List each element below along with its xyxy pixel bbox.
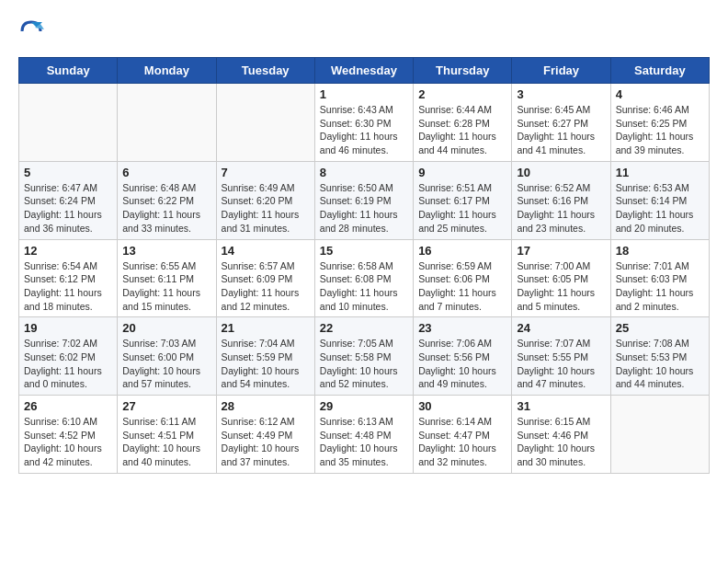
day-number: 4: [616, 87, 704, 101]
day-cell: 4Sunrise: 6:46 AM Sunset: 6:25 PM Daylig…: [610, 84, 709, 162]
day-number: 13: [122, 244, 210, 258]
day-info: Sunrise: 7:05 AM Sunset: 5:58 PM Dayligh…: [320, 337, 408, 391]
day-number: 15: [320, 244, 408, 258]
day-cell: 30Sunrise: 6:14 AM Sunset: 4:47 PM Dayli…: [414, 396, 512, 474]
day-info: Sunrise: 6:11 AM Sunset: 4:51 PM Dayligh…: [122, 415, 210, 469]
day-number: 29: [320, 399, 408, 413]
day-number: 2: [418, 87, 506, 101]
day-number: 24: [517, 321, 605, 335]
day-cell: 3Sunrise: 6:45 AM Sunset: 6:27 PM Daylig…: [512, 84, 610, 162]
day-cell: 1Sunrise: 6:43 AM Sunset: 6:30 PM Daylig…: [314, 84, 413, 162]
weekday-row: SundayMondayTuesdayWednesdayThursdayFrid…: [19, 58, 710, 84]
day-cell: 22Sunrise: 7:05 AM Sunset: 5:58 PM Dayli…: [314, 317, 413, 396]
day-info: Sunrise: 6:59 AM Sunset: 6:06 PM Dayligh…: [418, 259, 506, 314]
day-info: Sunrise: 7:07 AM Sunset: 5:55 PM Dayligh…: [517, 337, 605, 391]
day-number: 31: [517, 399, 605, 413]
day-cell: 8Sunrise: 6:50 AM Sunset: 6:19 PM Daylig…: [314, 161, 413, 239]
day-info: Sunrise: 6:14 AM Sunset: 4:47 PM Dayligh…: [418, 415, 506, 469]
day-cell: 26Sunrise: 6:10 AM Sunset: 4:52 PM Dayli…: [19, 396, 118, 474]
day-info: Sunrise: 6:57 AM Sunset: 6:09 PM Dayligh…: [222, 259, 310, 314]
day-number: 8: [320, 166, 408, 179]
day-cell: 10Sunrise: 6:52 AM Sunset: 6:16 PM Dayli…: [512, 161, 610, 239]
day-info: Sunrise: 7:00 AM Sunset: 6:05 PM Dayligh…: [517, 259, 605, 314]
day-info: Sunrise: 6:51 AM Sunset: 6:17 PM Dayligh…: [418, 181, 506, 236]
day-number: 1: [320, 87, 408, 101]
day-cell: 2Sunrise: 6:44 AM Sunset: 6:28 PM Daylig…: [414, 84, 512, 162]
day-cell: 31Sunrise: 6:15 AM Sunset: 4:46 PM Dayli…: [512, 396, 610, 474]
day-number: 28: [222, 399, 310, 413]
weekday-header-monday: Monday: [118, 58, 216, 84]
day-cell: [610, 396, 709, 474]
day-info: Sunrise: 6:10 AM Sunset: 4:52 PM Dayligh…: [24, 415, 112, 469]
day-info: Sunrise: 6:53 AM Sunset: 6:14 PM Dayligh…: [616, 181, 704, 236]
day-info: Sunrise: 6:43 AM Sunset: 6:30 PM Dayligh…: [320, 103, 408, 157]
day-cell: 24Sunrise: 7:07 AM Sunset: 5:55 PM Dayli…: [512, 317, 610, 396]
day-info: Sunrise: 7:08 AM Sunset: 5:53 PM Dayligh…: [616, 337, 704, 391]
day-info: Sunrise: 6:15 AM Sunset: 4:46 PM Dayligh…: [517, 415, 605, 469]
day-number: 18: [616, 244, 704, 258]
day-info: Sunrise: 6:46 AM Sunset: 6:25 PM Dayligh…: [616, 103, 704, 157]
day-cell: 7Sunrise: 6:49 AM Sunset: 6:20 PM Daylig…: [216, 161, 314, 239]
week-row-4: 26Sunrise: 6:10 AM Sunset: 4:52 PM Dayli…: [19, 396, 710, 474]
calendar: SundayMondayTuesdayWednesdayThursdayFrid…: [18, 57, 710, 474]
calendar-body: 1Sunrise: 6:43 AM Sunset: 6:30 PM Daylig…: [19, 84, 710, 474]
day-info: Sunrise: 7:01 AM Sunset: 6:03 PM Dayligh…: [616, 259, 704, 314]
day-number: 25: [616, 321, 704, 335]
day-cell: 15Sunrise: 6:58 AM Sunset: 6:08 PM Dayli…: [314, 239, 413, 317]
day-cell: 13Sunrise: 6:55 AM Sunset: 6:11 PM Dayli…: [118, 239, 216, 317]
day-info: Sunrise: 6:44 AM Sunset: 6:28 PM Dayligh…: [418, 103, 506, 157]
day-info: Sunrise: 7:04 AM Sunset: 5:59 PM Dayligh…: [222, 337, 310, 391]
day-number: 16: [418, 244, 506, 258]
day-cell: 23Sunrise: 7:06 AM Sunset: 5:56 PM Dayli…: [414, 317, 512, 396]
day-info: Sunrise: 6:12 AM Sunset: 4:49 PM Dayligh…: [222, 415, 310, 469]
logo: [18, 18, 48, 44]
day-number: 21: [222, 321, 310, 335]
weekday-header-friday: Friday: [512, 58, 610, 84]
day-cell: 6Sunrise: 6:48 AM Sunset: 6:22 PM Daylig…: [118, 161, 216, 239]
day-info: Sunrise: 6:47 AM Sunset: 6:24 PM Dayligh…: [24, 181, 112, 236]
week-row-2: 12Sunrise: 6:54 AM Sunset: 6:12 PM Dayli…: [19, 239, 710, 317]
day-cell: [216, 84, 314, 162]
day-info: Sunrise: 6:50 AM Sunset: 6:19 PM Dayligh…: [320, 181, 408, 236]
day-number: 10: [517, 166, 605, 179]
logo-icon: [18, 18, 44, 44]
calendar-header: SundayMondayTuesdayWednesdayThursdayFrid…: [19, 58, 710, 84]
weekday-header-sunday: Sunday: [19, 58, 118, 84]
day-number: 30: [418, 399, 506, 413]
weekday-header-tuesday: Tuesday: [216, 58, 314, 84]
day-info: Sunrise: 6:55 AM Sunset: 6:11 PM Dayligh…: [122, 259, 210, 314]
day-cell: 19Sunrise: 7:02 AM Sunset: 6:02 PM Dayli…: [19, 317, 118, 396]
day-number: 14: [222, 244, 310, 258]
day-cell: 17Sunrise: 7:00 AM Sunset: 6:05 PM Dayli…: [512, 239, 610, 317]
day-cell: 5Sunrise: 6:47 AM Sunset: 6:24 PM Daylig…: [19, 161, 118, 239]
day-info: Sunrise: 6:58 AM Sunset: 6:08 PM Dayligh…: [320, 259, 408, 314]
day-cell: 27Sunrise: 6:11 AM Sunset: 4:51 PM Dayli…: [118, 396, 216, 474]
header: [18, 18, 710, 44]
day-number: 12: [24, 244, 112, 258]
day-info: Sunrise: 6:54 AM Sunset: 6:12 PM Dayligh…: [24, 259, 112, 314]
day-number: 19: [24, 321, 112, 335]
day-number: 22: [320, 321, 408, 335]
day-cell: 11Sunrise: 6:53 AM Sunset: 6:14 PM Dayli…: [610, 161, 709, 239]
weekday-header-wednesday: Wednesday: [314, 58, 413, 84]
week-row-0: 1Sunrise: 6:43 AM Sunset: 6:30 PM Daylig…: [19, 84, 710, 162]
day-info: Sunrise: 6:49 AM Sunset: 6:20 PM Dayligh…: [222, 181, 310, 236]
day-cell: 28Sunrise: 6:12 AM Sunset: 4:49 PM Dayli…: [216, 396, 314, 474]
day-number: 27: [122, 399, 210, 413]
day-info: Sunrise: 6:45 AM Sunset: 6:27 PM Dayligh…: [517, 103, 605, 157]
day-number: 17: [517, 244, 605, 258]
day-cell: 29Sunrise: 6:13 AM Sunset: 4:48 PM Dayli…: [314, 396, 413, 474]
day-info: Sunrise: 6:52 AM Sunset: 6:16 PM Dayligh…: [517, 181, 605, 236]
day-cell: [118, 84, 216, 162]
day-info: Sunrise: 7:02 AM Sunset: 6:02 PM Dayligh…: [24, 337, 112, 391]
day-cell: 14Sunrise: 6:57 AM Sunset: 6:09 PM Dayli…: [216, 239, 314, 317]
day-number: 11: [616, 166, 704, 179]
day-cell: 20Sunrise: 7:03 AM Sunset: 6:00 PM Dayli…: [118, 317, 216, 396]
day-number: 26: [24, 399, 112, 413]
day-info: Sunrise: 6:48 AM Sunset: 6:22 PM Dayligh…: [122, 181, 210, 236]
day-number: 6: [122, 166, 210, 179]
day-number: 3: [517, 87, 605, 101]
day-number: 20: [122, 321, 210, 335]
day-number: 23: [418, 321, 506, 335]
day-info: Sunrise: 7:03 AM Sunset: 6:00 PM Dayligh…: [122, 337, 210, 391]
